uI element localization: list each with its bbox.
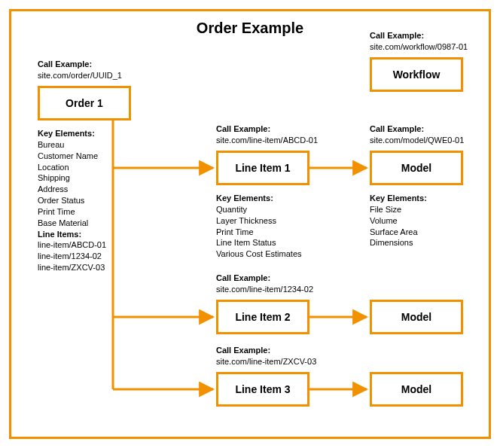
lineitem1-call-label: Call Example: site.com/line-item/ABCD-01 xyxy=(216,123,318,146)
model-key-elements: Key Elements: File Size Volume Surface A… xyxy=(370,193,427,248)
model3-box: Model xyxy=(370,372,463,407)
model1-call-label: Call Example: site.com/model/QWE0-01 xyxy=(370,123,464,146)
lineitem1-box: Line Item 1 xyxy=(216,151,309,185)
model2-box: Model xyxy=(370,300,463,334)
lineitem3-call-label: Call Example: site.com/line-item/ZXCV-03 xyxy=(216,345,316,367)
workflow-box: Workflow xyxy=(370,57,463,92)
order-call-label: Call Example: site.com/order/UUID_1 xyxy=(38,59,122,81)
model1-box: Model xyxy=(370,151,463,185)
order-box: Order 1 xyxy=(38,86,131,120)
lineitem3-box: Line Item 3 xyxy=(216,372,309,407)
lineitem2-box: Line Item 2 xyxy=(216,300,309,334)
order-key-elements: Key Elements: Bureau Customer Name Locat… xyxy=(38,128,106,273)
workflow-call-label: Call Example: site.com/workflow/0987-01 xyxy=(370,30,468,53)
lineitem2-call-label: Call Example: site.com/line-item/1234-02 xyxy=(216,273,313,295)
lineitem-key-elements: Key Elements: Quantity Layer Thickness P… xyxy=(216,193,302,260)
